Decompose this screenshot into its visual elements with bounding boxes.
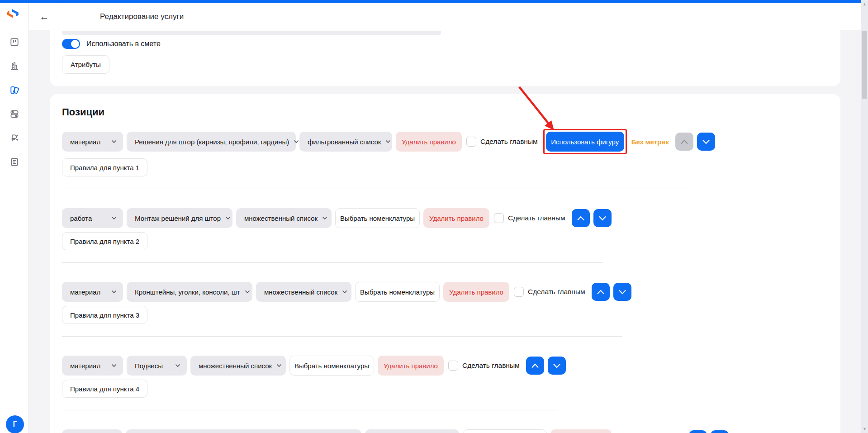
type-value: работа — [70, 214, 92, 222]
sidebar-nav — [0, 37, 29, 167]
category-value: Решения для штор (карнизы, профили, гард… — [135, 138, 289, 146]
type-value: материал — [70, 138, 100, 146]
type-dropdown[interactable] — [62, 429, 122, 433]
type-dropdown[interactable]: материал — [62, 132, 123, 152]
chevron-down-icon — [111, 216, 117, 220]
chevron-down-icon — [225, 216, 231, 220]
category-value: Кронштейны, уголки, консоли, шт — [135, 288, 240, 296]
move-up-button[interactable] — [572, 209, 590, 227]
category-value: Монтаж решений для штор — [135, 214, 221, 222]
scrollbar-track[interactable]: ▲ ▼ — [861, 0, 868, 433]
chevron-down-icon — [111, 364, 117, 367]
category-dropdown[interactable]: Подвесы — [127, 356, 187, 376]
type-dropdown[interactable]: материал — [62, 356, 123, 376]
delete-rule-button[interactable]: Удалить правило — [396, 132, 462, 152]
make-main-checkbox[interactable] — [514, 287, 524, 297]
type-dropdown[interactable]: материал — [62, 282, 123, 302]
positions-title: Позиции — [62, 106, 830, 118]
delete-rule-button[interactable]: Удалить правило — [443, 282, 509, 302]
use-in-estimate-label: Использовать в смете — [86, 40, 161, 48]
make-main-checkbox[interactable] — [448, 361, 458, 371]
move-down-button[interactable] — [711, 430, 729, 433]
use-in-estimate-toggle[interactable] — [62, 39, 80, 49]
type-value: материал — [70, 288, 100, 296]
move-up-button-disabled[interactable] — [675, 133, 693, 151]
rules-for-item-button[interactable]: Правила для пункта 3 — [62, 306, 147, 324]
category-value: Подвесы — [135, 362, 163, 370]
list-type-dropdown[interactable]: множественный список — [190, 356, 286, 376]
list-type-value: фильтрованный список — [308, 138, 381, 146]
delete-rule-button[interactable]: Удалить правило — [423, 208, 489, 228]
category-dropdown[interactable]: Решения для штор (карнизы, профили, гард… — [127, 132, 296, 152]
select-nomenclature-button[interactable]: Выбрать номенклатуры — [289, 356, 374, 376]
scrolled-field-remnant — [62, 31, 441, 35]
type-value: материал — [70, 362, 100, 370]
row-divider — [62, 410, 557, 410]
rules-for-item-button[interactable]: Правила для пункта 4 — [62, 380, 147, 398]
chevron-down-icon — [322, 216, 327, 220]
toggles-icon[interactable] — [9, 109, 20, 119]
document-list-icon[interactable] — [9, 157, 20, 167]
chevron-down-icon — [111, 290, 117, 294]
back-button[interactable]: ← — [29, 3, 60, 30]
category-dropdown[interactable]: Монтаж решений для штор — [127, 208, 232, 228]
list-type-dropdown[interactable]: множественный список — [236, 208, 332, 228]
use-figure-button[interactable]: Использовать фигуру — [546, 132, 624, 152]
rule-row-1: материал Решения для штор (карнизы, проф… — [62, 129, 830, 154]
list-type-dropdown[interactable] — [365, 429, 459, 433]
row-divider — [62, 262, 603, 263]
building-icon[interactable] — [9, 61, 20, 71]
chevron-down-icon — [245, 290, 250, 294]
move-up-button[interactable] — [689, 430, 707, 433]
rules-for-item-button[interactable]: Правила для пункта 1 — [62, 158, 147, 176]
app-logo[interactable] — [6, 7, 19, 20]
chevron-down-icon — [111, 140, 117, 143]
scrollbar-up-arrow[interactable]: ▲ — [863, 2, 866, 6]
delete-rule-button[interactable] — [550, 429, 612, 433]
move-down-button[interactable] — [593, 209, 612, 227]
annotation-highlight-box: Использовать фигуру — [543, 129, 627, 154]
user-avatar[interactable]: Г — [6, 415, 24, 433]
rule-row-5-partial — [62, 429, 830, 433]
chevron-down-icon — [294, 140, 299, 143]
row-divider — [62, 336, 622, 337]
move-up-button[interactable] — [526, 357, 544, 375]
rule-row-4: материал Подвесы множественный список Вы… — [62, 356, 830, 376]
make-main-checkbox[interactable] — [494, 213, 504, 223]
toggle-knob — [71, 40, 79, 48]
rule-row-3: материал Кронштейны, уголки, консоли, шт… — [62, 282, 830, 302]
make-main-label: Сделать главным — [508, 214, 565, 222]
type-dropdown[interactable]: работа — [62, 208, 123, 228]
delete-rule-button[interactable]: Удалить правило — [378, 356, 444, 376]
list-type-dropdown[interactable]: множественный список — [256, 282, 351, 302]
rules-for-item-button[interactable]: Правила для пункта 2 — [62, 232, 147, 250]
select-nomenclature-button[interactable]: Выбрать номенклатуры — [355, 282, 440, 302]
category-dropdown[interactable] — [126, 429, 361, 433]
list-type-dropdown[interactable]: фильтрованный список — [299, 132, 392, 152]
scrollbar-thumb[interactable] — [862, 31, 867, 99]
make-main-label: Сделать главным — [528, 288, 585, 296]
make-main-checkbox[interactable] — [466, 137, 476, 147]
move-down-button[interactable] — [697, 133, 715, 151]
chevron-down-icon — [342, 290, 347, 294]
swatches-icon-active[interactable] — [9, 85, 20, 95]
sidebar: Г — [0, 3, 29, 433]
ruble-sort-icon[interactable] — [9, 133, 20, 143]
select-nomenclature-button[interactable]: Выбрать номенклатуры — [335, 208, 420, 228]
list-type-value: множественный список — [199, 362, 272, 370]
page-title: Редактирование услуги — [60, 3, 184, 30]
rule-row-2: работа Монтаж решений для штор множестве… — [62, 208, 830, 228]
top-accent-strip — [0, 0, 868, 3]
chevron-down-icon — [175, 364, 180, 367]
move-down-button[interactable] — [548, 357, 566, 375]
move-up-button[interactable] — [592, 283, 610, 301]
positions-card: Позиции материал Решения для штор (карни… — [50, 94, 840, 433]
make-main-label: Сделать главным — [462, 362, 520, 370]
move-down-button[interactable] — [613, 283, 631, 301]
select-nomenclature-button[interactable] — [463, 429, 547, 433]
kanban-board-icon[interactable] — [9, 37, 20, 48]
arrow-left-icon: ← — [40, 11, 49, 22]
attributes-button[interactable]: Атрибуты — [62, 55, 109, 74]
category-dropdown[interactable]: Кронштейны, уголки, консоли, шт — [127, 282, 252, 302]
scrollbar-down-arrow[interactable]: ▼ — [863, 427, 866, 431]
